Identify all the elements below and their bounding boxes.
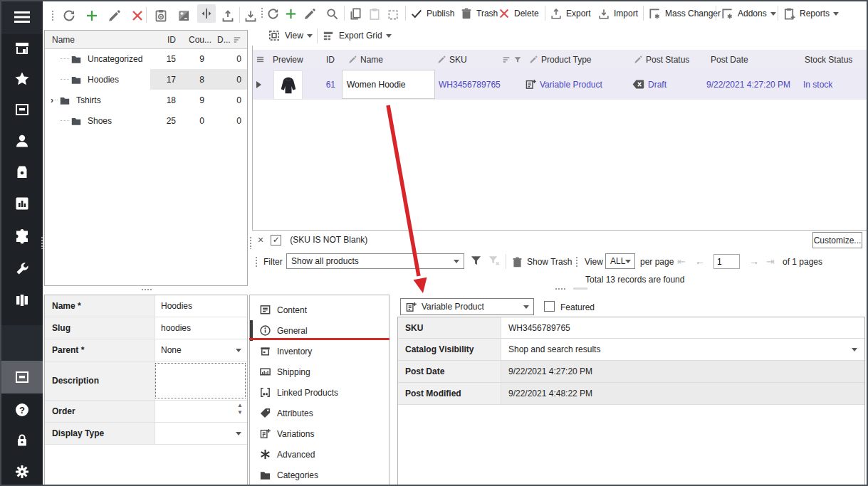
col-product-type[interactable]: Product Type [526,55,595,65]
import-button[interactable]: Import [597,4,638,23]
tree-col-id[interactable]: ID [167,35,176,45]
customers-icon[interactable] [1,125,43,157]
cell-sku[interactable]: WH3456789765 [439,80,501,90]
description-field[interactable] [155,361,247,400]
splitter-grip[interactable] [141,288,152,291]
tab-linked-products[interactable]: Linked Products [250,382,389,403]
name-field[interactable]: Hoodies [155,295,247,317]
cell-product-type[interactable]: Variable Product [522,78,605,90]
order-stepper[interactable]: ▲▼ [155,401,247,422]
category-edit-button[interactable] [108,6,122,25]
featured-checkbox[interactable] [544,301,555,312]
category-image-adjust-button[interactable] [177,6,191,25]
copy-button[interactable] [349,4,362,23]
store-icon[interactable] [1,33,43,64]
clear-filter-funnel-icon[interactable] [488,255,500,267]
trash-button[interactable]: Trash [460,4,498,23]
delete-button[interactable]: Delete [498,4,539,23]
category-refresh-button[interactable] [62,6,76,25]
orders-bag-icon[interactable] [1,157,43,188]
toolbar-grip[interactable] [575,256,578,268]
filter-funnel-icon[interactable] [513,56,522,64]
publish-button[interactable]: Publish [410,4,454,23]
category-import-button[interactable] [244,6,258,25]
category-export-button[interactable] [221,6,235,25]
layout-columns-icon[interactable] [1,285,43,316]
tab-attributes[interactable]: Attributes [250,403,389,423]
toolbar-grip[interactable] [261,7,263,19]
show-trash-button[interactable]: Show Trash [511,253,572,271]
product-type-select[interactable]: Variable Product [400,298,534,315]
catalog-visibility-select[interactable]: Shop and search results [501,339,864,360]
remove-filter-icon[interactable]: × [258,234,263,245]
cell-post-date[interactable]: 9/22/2021 4:27:20 PM [706,80,790,90]
spinner-arrows-icon[interactable]: ▲▼ [237,402,243,417]
col-id[interactable]: ID [326,55,335,65]
menu-icon[interactable] [1,1,43,33]
tree-col-name[interactable]: Name [52,35,75,45]
next-page-icon[interactable]: → [749,255,759,267]
inventory-box-icon[interactable] [1,94,43,125]
select-cells-button[interactable] [387,4,400,23]
tab-content[interactable]: Content [250,300,389,320]
settings-gear-icon[interactable] [1,456,43,486]
tree-col-count[interactable]: Cou... [189,35,211,45]
tab-shipping[interactable]: Shipping [250,361,389,382]
col-stock-status[interactable]: Stock Status [805,55,852,65]
tree-row-hoodies[interactable]: Hoodies 17 8 0 [45,69,247,90]
sku-field[interactable]: WH3456789765 [501,317,864,338]
toolbar-grip[interactable] [51,10,54,21]
slug-field[interactable]: hoodies [155,317,247,339]
view-button[interactable]: View [268,26,313,45]
sort-icon[interactable] [502,56,511,64]
customize-button[interactable]: Customize... [812,232,862,248]
col-name[interactable]: Name [345,55,386,65]
products-box-icon[interactable] [1,361,43,393]
security-lock-icon[interactable] [1,425,43,456]
grid-menu-icon[interactable] [256,56,264,63]
grid-search-button[interactable] [325,4,339,23]
tab-advanced[interactable]: Advanced [250,444,389,465]
col-post-date[interactable]: Post Date [711,55,748,65]
mass-changer-button[interactable]: Mass Changer [648,4,721,23]
grid-edit-button[interactable] [303,4,317,23]
toolbar-grip[interactable] [255,256,258,268]
expander-icon[interactable]: › [51,95,53,105]
tools-wrench-icon[interactable] [1,253,43,285]
grid-refresh-button[interactable] [266,4,280,23]
filter-enabled-checkbox[interactable]: ✓ [271,235,281,245]
cell-name[interactable]: Women Hoodie [342,70,435,99]
parent-select[interactable]: None [155,339,247,361]
paste-button[interactable] [367,4,381,23]
page-number-input[interactable] [713,254,740,269]
display-type-select[interactable] [155,423,247,444]
tree-row-tshirts[interactable]: › Tshirts 18 9 0 [45,90,247,110]
grid-add-button[interactable] [284,4,298,23]
reports-chart-icon[interactable] [1,188,43,219]
export-grid-button[interactable]: Export Grid [322,26,392,45]
favorites-star-icon[interactable] [1,63,43,95]
splitter-grip[interactable] [41,236,43,249]
col-sku[interactable]: SKU [434,55,470,65]
category-add-button[interactable] [85,6,99,25]
cell-post-status[interactable]: Draft [629,79,669,90]
apply-filter-funnel-icon[interactable] [470,255,482,267]
reports-button[interactable]: Reports [783,4,839,23]
tree-col-d[interactable]: D... [217,35,231,45]
tree-row-uncategorized[interactable]: Uncategorized 15 9 0 [45,48,247,69]
first-page-icon[interactable]: ⇤ [677,255,686,267]
prev-page-icon[interactable]: ← [695,255,705,267]
tab-categories[interactable]: Categories [250,465,389,485]
category-preview-button[interactable] [154,6,168,25]
addons-puzzle-icon[interactable] [1,221,43,252]
description-textarea[interactable] [155,363,246,398]
category-split-view-button[interactable] [197,4,216,23]
addons-button[interactable]: Addons [721,4,776,23]
tab-variations[interactable]: Variations [250,423,389,444]
export-button[interactable]: Export [550,4,591,23]
tree-row-shoes[interactable]: Shoes 25 0 0 [45,110,247,131]
last-page-icon[interactable]: ⇥ [766,255,775,267]
col-post-status[interactable]: Post Status [631,55,692,65]
col-preview[interactable]: Preview [273,55,303,65]
product-row[interactable]: 61 Women Hoodie WH3456789765 Variable Pr… [253,69,867,100]
